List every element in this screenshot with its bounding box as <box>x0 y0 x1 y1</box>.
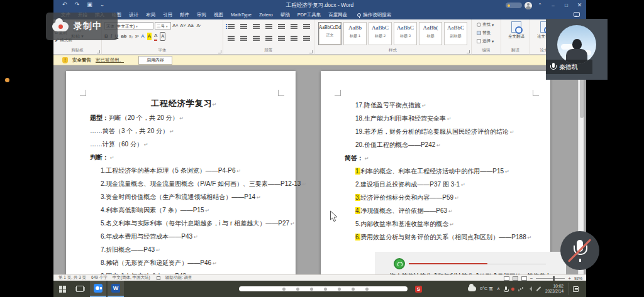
ribbon-tab-4[interactable]: 设计 <box>125 11 142 19</box>
minimize-button[interactable]: – <box>548 1 558 10</box>
progress-line-gray <box>487 264 546 264</box>
paragraph-dialog-launcher[interactable] <box>309 50 313 53</box>
shrink-font-icon[interactable]: A˅ <box>180 22 186 30</box>
grow-font-icon[interactable]: A˄ <box>172 22 179 30</box>
borders-icon[interactable] <box>303 35 311 41</box>
sort-icon[interactable] <box>290 23 298 30</box>
zoom-percentage[interactable]: 92% <box>574 276 582 281</box>
tray-mic-icon[interactable] <box>504 286 508 292</box>
document-page-1[interactable]: 工程经济学复习↵ 题型：判断（20 个，共 20 分）↵……简答（3 个，共 2… <box>66 71 296 274</box>
maximize-button[interactable]: □ <box>561 1 572 10</box>
ribbon-tab-10[interactable]: MathType <box>227 11 255 19</box>
print-layout-icon[interactable] <box>513 276 518 281</box>
clipboard-dialog-launcher[interactable] <box>97 50 100 53</box>
enable-content-button[interactable]: 启用内容 <box>138 56 172 65</box>
increase-indent-icon[interactable] <box>277 23 286 30</box>
zoom-slider[interactable] <box>536 278 565 279</box>
doc-line-text: ……计算（60 分） <box>90 141 143 148</box>
style-gallery-item-3[interactable]: AaBbC标题 3 <box>394 22 417 45</box>
playback-progress-capsule[interactable] <box>239 286 408 291</box>
webcam-panel[interactable]: 秦德凯 <box>546 19 608 80</box>
line-spacing-icon[interactable] <box>277 35 286 41</box>
strikethrough-icon[interactable]: ab <box>121 33 126 40</box>
style-gallery-item-2[interactable]: AaBbC标题 2 <box>369 22 392 45</box>
account-avatar[interactable] <box>525 2 532 9</box>
align-right-icon[interactable] <box>252 35 260 41</box>
shading-icon[interactable] <box>290 35 298 41</box>
word-count[interactable]: 649 个字 <box>91 275 108 281</box>
task-view-button[interactable] <box>71 281 89 297</box>
taskbar-s-app-icon[interactable]: S <box>415 286 422 293</box>
ribbon-tab-13[interactable]: PDF工具集 <box>294 11 325 19</box>
align-left-icon[interactable] <box>227 35 235 41</box>
document-page-2[interactable]: 17.降低盈亏平衡点措施↵18.生产能力利用率和经营安全率↵19.若矛盾，财务分… <box>321 71 550 274</box>
font-dialog-launcher[interactable] <box>218 50 221 53</box>
find-button[interactable]: 查找 ▾ <box>477 22 494 28</box>
start-button[interactable] <box>53 281 71 297</box>
word-titlebar: ↶ ↷ ▣ ⌄ 工程经济学复习.docx - Word ⌃ – □ ✕ <box>53 0 586 11</box>
accessibility-status[interactable]: 辅助功能: 调查 <box>165 275 192 281</box>
weather-text[interactable]: 0°C 雪 <box>480 286 493 292</box>
bullets-icon[interactable] <box>227 23 235 30</box>
ribbon-tab-5[interactable]: 布局 <box>142 11 159 19</box>
text-effects-icon[interactable]: A <box>141 33 144 40</box>
action-center-icon[interactable] <box>573 286 579 292</box>
decrease-indent-icon[interactable] <box>265 23 273 30</box>
scrollbar-thumb[interactable] <box>580 74 584 118</box>
ribbon-display-options-icon[interactable]: ⌃ <box>535 1 545 10</box>
read-mode-icon[interactable] <box>504 276 509 281</box>
multilevel-list-icon[interactable] <box>252 23 260 30</box>
recording-label: 录制中 <box>74 21 102 32</box>
style-gallery-item-5[interactable]: AaBbC副标题 <box>444 22 467 45</box>
style-sample: AaBbCcDd <box>319 24 341 30</box>
change-case-icon[interactable]: Aa <box>187 22 194 30</box>
ribbon-tab-14[interactable]: 百度网盘 <box>325 11 351 19</box>
doc-line-text: 1.工程经济学的基本原理（5 条浏览）——P4-P6 <box>101 167 235 174</box>
tray-expand-icon[interactable]: ∧ <box>497 286 500 291</box>
enclose-characters-icon[interactable]: A <box>160 32 165 41</box>
volume-icon[interactable] <box>527 286 532 291</box>
taskbar-clock[interactable]: 10:02 2023/2/14 <box>545 284 564 294</box>
styles-dialog-launcher[interactable] <box>467 50 470 53</box>
web-layout-icon[interactable] <box>521 276 527 281</box>
replace-button[interactable]: 替换 <box>477 30 494 36</box>
taskbar-word-app[interactable]: W <box>108 281 124 297</box>
macro-record-icon[interactable] <box>157 276 160 280</box>
page-indicator[interactable]: 第 1 页, 共 3 页 <box>58 275 86 281</box>
subscript-icon[interactable]: x₂ <box>129 33 133 40</box>
clear-formatting-icon[interactable]: A̷ <box>195 22 201 30</box>
style-gallery-item-0[interactable]: AaBbCcDd正文 <box>318 22 341 45</box>
ribbon-tab-11[interactable]: Zotero <box>255 11 277 19</box>
ribbon-tab-9[interactable]: 视图 <box>210 11 227 19</box>
zoom-slider-thumb[interactable] <box>553 276 555 281</box>
tell-me-search[interactable]: 操作说明搜索 <box>357 12 391 18</box>
tray-recording-dot-icon[interactable] <box>511 288 514 291</box>
language-indicator[interactable]: 中文(简体, 中国大陆) <box>113 275 150 281</box>
ribbon-tab-6[interactable]: 引用 <box>159 11 176 19</box>
font-size-select[interactable]: 三号▾ <box>155 22 171 30</box>
account-badge[interactable] <box>506 3 522 8</box>
font-color-icon[interactable]: A <box>154 32 157 41</box>
show-marks-icon[interactable] <box>303 23 311 30</box>
style-gallery-item-4[interactable]: AaBb(标题 <box>419 22 442 45</box>
close-button[interactable]: ✕ <box>574 1 585 10</box>
comment-icon[interactable] <box>574 12 580 17</box>
superscript-icon[interactable]: x² <box>135 33 138 40</box>
network-icon[interactable] <box>518 287 523 291</box>
ribbon-tab-7[interactable]: 邮件 <box>176 11 193 19</box>
justify-icon[interactable] <box>265 35 273 41</box>
full-text-translate-button[interactable]: 全文翻译 <box>505 21 528 39</box>
taskbar-meeting-app[interactable] <box>90 281 106 297</box>
ribbon-tab-12[interactable]: 帮助 <box>277 11 294 19</box>
paragraph-row-2 <box>227 35 311 41</box>
mute-microphone-button[interactable] <box>560 231 599 270</box>
style-gallery-item-1[interactable]: AaBb标题 1 <box>343 22 367 45</box>
select-button[interactable]: 选择 ▾ <box>477 38 494 44</box>
ribbon-tab-8[interactable]: 审阅 <box>193 11 210 19</box>
numbering-icon[interactable] <box>240 23 248 30</box>
align-center-icon[interactable] <box>240 35 248 41</box>
doc-line: 1.利率的概念、利率在工程经济活动中的作用——P15↵ <box>345 165 533 178</box>
text-highlight-icon[interactable]: A <box>147 33 152 40</box>
pen-settings-icon[interactable] <box>536 286 541 291</box>
doc-line-text: 5.名义利率与实际利率（每年计息期越多，i 与 r 相差越大）——P27 <box>101 220 289 227</box>
